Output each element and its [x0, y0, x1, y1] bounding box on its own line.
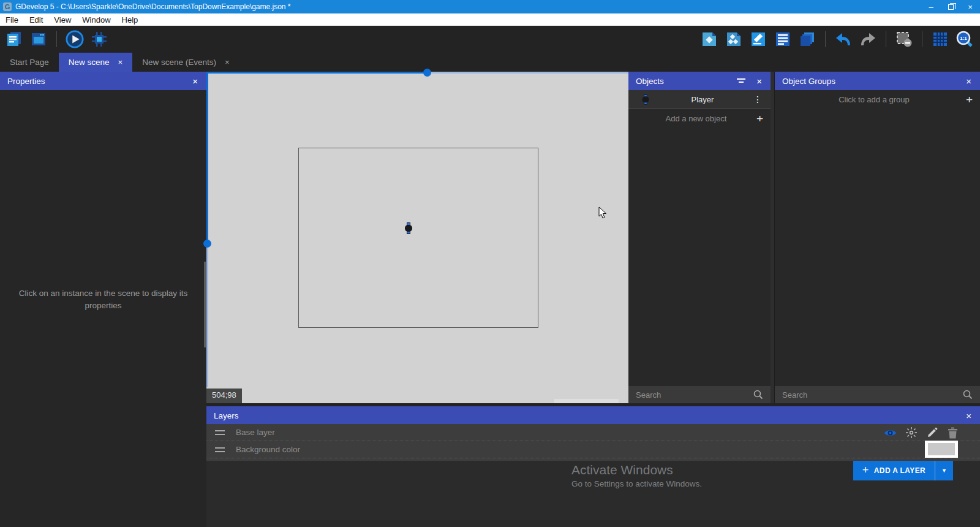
project-manager-icon[interactable] [5, 30, 23, 48]
properties-list-icon[interactable] [774, 30, 792, 48]
player-instance[interactable] [405, 222, 412, 234]
drag-handle-icon[interactable] [215, 430, 225, 435]
color-swatch-fill [928, 443, 955, 455]
player-sprite-part [407, 231, 410, 234]
object-menu-dots-icon[interactable]: ⋮ [751, 94, 764, 104]
add-group-label: Click to add a group [782, 95, 966, 104]
close-button[interactable]: × [960, 0, 980, 13]
close-icon[interactable]: × [965, 411, 973, 421]
objects-panel: Objects × Player ⋮ Add a new object + [628, 72, 771, 403]
menu-file[interactable]: File [0, 13, 24, 26]
mouse-cursor-icon [598, 207, 608, 222]
properties-scrollbar[interactable] [204, 262, 206, 347]
panel-divider[interactable] [771, 72, 775, 403]
canvas-bottom-scrollbar[interactable] [554, 399, 619, 403]
object-groups-panel-title: Object Groups [782, 77, 965, 86]
object-row-player[interactable]: Player ⋮ [628, 90, 771, 109]
cursor-coordinates-badge: 504;98 [206, 389, 242, 403]
play-icon[interactable] [66, 30, 84, 48]
start-page-icon[interactable] [29, 30, 48, 48]
tab-close-icon[interactable]: × [118, 58, 123, 67]
delete-trash-icon[interactable] [946, 427, 959, 439]
layer-row-background-color[interactable]: Background color [206, 441, 980, 458]
add-new-object-label: Add a new object [636, 114, 756, 123]
tab-close-icon[interactable]: × [225, 58, 230, 67]
titlebar: G GDevelop 5 - C:\Users\Sparkle\OneDrive… [0, 0, 980, 13]
zoom-1-1-icon[interactable]: 1:1 [956, 30, 974, 48]
groups-search-bar [775, 386, 980, 403]
search-icon [963, 390, 973, 400]
game-window-bounds [298, 148, 538, 328]
undo-icon[interactable] [834, 30, 853, 48]
menu-view[interactable]: View [48, 13, 77, 26]
tabbar: Start Page New scene× New scene (Events)… [0, 53, 980, 72]
tab-label: New scene [69, 58, 110, 67]
add-new-object-button[interactable]: Add a new object + [628, 109, 771, 128]
close-icon[interactable]: × [191, 76, 199, 86]
plus-icon: + [966, 93, 973, 107]
redo-icon[interactable] [859, 30, 877, 48]
add-a-layer-label: ADD A LAYER [874, 466, 925, 475]
edit-scene-icon[interactable] [749, 30, 767, 48]
restore-icon [948, 4, 954, 10]
menubar: File Edit View Window Help [0, 13, 980, 26]
canvas-hscrollbar-track [206, 72, 427, 74]
object-name: Player [654, 95, 751, 104]
visibility-eye-icon[interactable] [884, 427, 897, 439]
menu-edit[interactable]: Edit [24, 13, 48, 26]
background-color-swatch[interactable] [925, 441, 958, 458]
window-title: GDevelop 5 - C:\Users\Sparkle\OneDrive\D… [15, 2, 921, 11]
debug-icon[interactable] [90, 30, 108, 48]
properties-panel-title: Properties [7, 77, 191, 86]
effects-icon[interactable] [905, 427, 918, 439]
chevron-down-icon[interactable]: ▼ [935, 461, 953, 480]
add-a-layer-button[interactable]: + ADD A LAYER ▼ [853, 461, 953, 480]
toolbar: 1:1 [0, 26, 980, 53]
layer-name: Base layer [236, 428, 275, 437]
close-icon[interactable]: × [965, 76, 973, 86]
main-area: Properties × Click on an instance in the… [0, 72, 980, 527]
layer-name: Background color [236, 445, 300, 454]
layers-panel: Layers × Base layer [206, 406, 980, 527]
gdevelop-logo-icon: G [3, 2, 12, 11]
objects-search-input[interactable] [636, 390, 753, 400]
close-icon[interactable]: × [755, 76, 763, 86]
drag-handle-icon[interactable] [215, 447, 225, 452]
menu-help[interactable]: Help [116, 13, 144, 26]
gdevelop-window: G GDevelop 5 - C:\Users\Sparkle\OneDrive… [0, 0, 980, 527]
player-thumbnail-icon [643, 94, 649, 104]
tab-new-scene[interactable]: New scene× [59, 53, 132, 72]
canvas-hscrollbar-handle[interactable] [423, 69, 431, 77]
minimize-button[interactable]: – [921, 0, 941, 13]
canvas-vscrollbar-track [206, 72, 208, 243]
groups-search-input[interactable] [782, 390, 963, 400]
grid-icon[interactable] [931, 30, 949, 48]
deselect-icon[interactable] [895, 30, 913, 48]
canvas-hscrollbar-track [427, 72, 628, 74]
menu-window[interactable]: Window [77, 13, 116, 26]
plus-icon: + [756, 112, 763, 126]
tab-label: Start Page [10, 58, 49, 67]
properties-empty-message: Click on an instance in the scene to dis… [0, 287, 206, 312]
tab-new-scene-events[interactable]: New scene (Events)× [132, 53, 239, 72]
toolbar-separator [56, 31, 57, 47]
edit-pencil-icon[interactable] [925, 427, 938, 439]
add-object-icon[interactable] [700, 30, 718, 48]
canvas-vscrollbar-handle[interactable] [203, 240, 211, 248]
layers-panel-title: Layers [214, 411, 965, 420]
toolbar-separator [922, 31, 922, 47]
layer-row-base[interactable]: Base layer [206, 424, 980, 441]
search-icon [753, 390, 763, 400]
canvas-vscrollbar-track [206, 243, 208, 387]
restore-button[interactable] [941, 0, 960, 13]
objects-search-bar [628, 386, 771, 403]
filter-icon[interactable] [737, 77, 745, 86]
plus-icon: + [862, 464, 869, 477]
tab-start-page[interactable]: Start Page [0, 53, 59, 72]
add-group-button[interactable]: Click to add a group + [775, 90, 980, 109]
toolbar-separator [886, 31, 886, 47]
object-groups-icon[interactable] [725, 30, 743, 48]
svg-text:1:1: 1:1 [960, 36, 967, 41]
scene-canvas[interactable]: 504;98 [206, 72, 628, 403]
layers-icon[interactable] [798, 30, 816, 48]
